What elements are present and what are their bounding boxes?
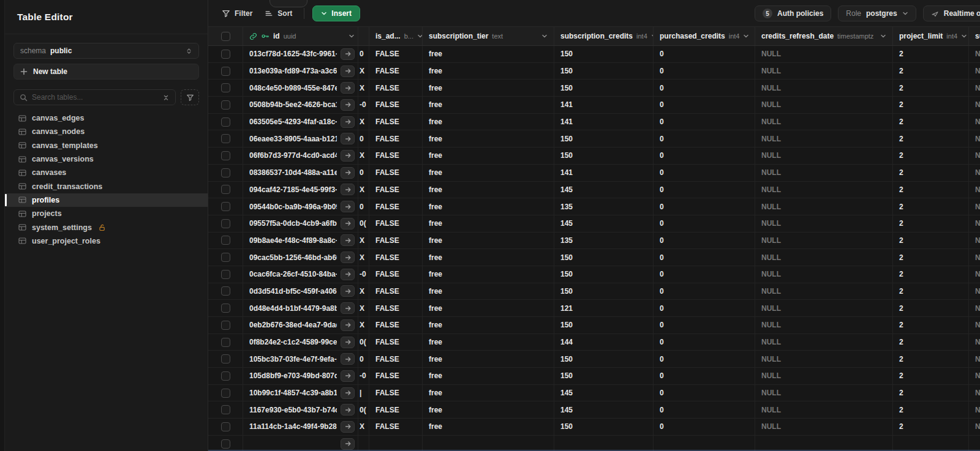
clipped-right-cell[interactable]: NULL	[969, 368, 980, 384]
id-cell[interactable]: 11a114cb-1a4c-49f4-9b28-52219ec...	[243, 419, 358, 435]
purchased-credits-cell[interactable]: 0	[654, 368, 755, 384]
credits-refresh-date-cell[interactable]: NULL	[755, 147, 893, 164]
is-admin-cell[interactable]: FALSE	[369, 147, 423, 164]
is-admin-cell[interactable]: FALSE	[369, 97, 423, 113]
auth-policies-button[interactable]: 5 Auth policies	[755, 6, 831, 21]
subscription-tier-cell[interactable]: free	[423, 130, 554, 147]
is-admin-cell[interactable]: FALSE	[369, 351, 423, 367]
column-header-id[interactable]: id uuid	[243, 27, 358, 45]
subscription-credits-cell[interactable]: 121	[554, 300, 654, 316]
project-limit-cell[interactable]: 2	[893, 130, 969, 147]
row-checkbox[interactable]	[221, 354, 230, 363]
collapse-all-icon[interactable]	[162, 94, 170, 102]
sidebar-item-canvas_edges[interactable]: canvas_edges	[5, 111, 208, 125]
purchased-credits-cell[interactable]: 0	[654, 419, 755, 435]
clipped-cell[interactable]: X	[358, 300, 369, 316]
project-limit-cell[interactable]: 2	[893, 249, 969, 266]
subscription-tier-cell[interactable]: free	[423, 198, 554, 215]
subscription-tier-cell[interactable]: free	[423, 80, 554, 96]
clipped-right-cell[interactable]: NULL	[969, 147, 980, 164]
filter-button[interactable]: Filter	[216, 6, 258, 21]
subscription-tier-cell[interactable]: free	[423, 351, 554, 367]
clipped-cell[interactable]: -0	[358, 266, 369, 283]
subscription-credits-cell[interactable]: 150	[554, 147, 654, 164]
credits-refresh-date-cell[interactable]: NULL	[755, 46, 893, 62]
purchased-credits-cell[interactable]: 0	[654, 233, 755, 249]
expand-row-button[interactable]	[341, 302, 355, 314]
credits-refresh-date-cell[interactable]: NULL	[755, 368, 893, 384]
subscription-credits-cell[interactable]: 135	[554, 198, 654, 215]
expand-row-button[interactable]	[341, 370, 355, 382]
select-all-checkbox[interactable]	[221, 32, 230, 41]
id-cell[interactable]: 013cf78d-1625-43fc-9961-442189...	[243, 46, 358, 62]
clipped-right-cell[interactable]: NULL	[969, 165, 980, 181]
subscription-credits-cell[interactable]: 145	[554, 215, 654, 232]
sidebar-item-canvas_nodes[interactable]: canvas_nodes	[5, 125, 208, 138]
purchased-credits-cell[interactable]: 0	[654, 317, 755, 334]
sidebar-item-user_project_roles[interactable]: user_project_roles	[5, 234, 208, 248]
sidebar-item-credit_transactions[interactable]: credit_transactions	[5, 179, 208, 193]
id-cell[interactable]: 09cac5bb-1256-46bd-ab60-64ed...	[243, 249, 358, 266]
clipped-right-cell[interactable]: NULL	[969, 401, 980, 418]
row-checkbox[interactable]	[221, 286, 230, 296]
subscription-tier-cell[interactable]: free	[423, 334, 554, 351]
credits-refresh-date-cell[interactable]: NULL	[755, 266, 893, 283]
id-cell[interactable]: 08386537-10d4-488a-a11e-eb5a6...	[243, 165, 358, 181]
is-admin-cell[interactable]: FALSE	[369, 334, 423, 351]
purchased-credits-cell[interactable]: 0	[654, 147, 755, 164]
clipped-cell[interactable]: 0	[358, 165, 369, 181]
project-limit-cell[interactable]: 2	[893, 266, 969, 283]
is-admin-cell[interactable]: FALSE	[369, 317, 423, 334]
purchased-credits-cell[interactable]: 0	[654, 283, 755, 300]
clipped-right-cell[interactable]: NULL	[969, 419, 980, 435]
row-checkbox[interactable]	[221, 185, 230, 194]
subscription-tier-cell[interactable]: free	[423, 266, 554, 283]
purchased-credits-cell[interactable]: 0	[654, 97, 755, 113]
project-limit-cell[interactable]: 2	[893, 215, 969, 232]
project-limit-cell[interactable]: 2	[893, 317, 969, 334]
clipped-cell[interactable]: X	[358, 249, 369, 266]
id-cell[interactable]: 06eaee33-8905-4aaa-b121-ab552...	[243, 130, 358, 147]
clipped-right-cell[interactable]: NULL	[969, 317, 980, 334]
sidebar-item-profiles[interactable]: profiles	[5, 193, 208, 207]
clipped-right-cell[interactable]: NULL	[969, 334, 980, 351]
purchased-credits-cell[interactable]: 0	[654, 63, 755, 80]
credits-refresh-date-cell[interactable]: NULL	[755, 165, 893, 181]
is-admin-cell[interactable]: FALSE	[369, 233, 423, 249]
clipped-cell[interactable]: 0(	[358, 334, 369, 351]
id-cell[interactable]: 105bc3b7-03fe-4e7f-9efa-21bb40...	[243, 351, 358, 367]
clipped-cell[interactable]: X	[358, 80, 369, 96]
row-checkbox[interactable]	[221, 219, 230, 228]
clipped-cell[interactable]: 0	[358, 198, 369, 215]
row-checkbox[interactable]	[221, 270, 230, 279]
row-checkbox[interactable]	[221, 338, 230, 347]
expand-row-button[interactable]	[341, 421, 355, 433]
project-limit-cell[interactable]: 2	[893, 97, 969, 113]
sidebar-item-system_settings[interactable]: system_settings	[5, 220, 208, 234]
project-limit-cell[interactable]: 2	[893, 283, 969, 300]
project-limit-cell[interactable]: 2	[893, 114, 969, 130]
purchased-credits-cell[interactable]: 0	[654, 198, 755, 215]
credits-refresh-date-cell[interactable]: NULL	[755, 300, 893, 316]
row-checkbox[interactable]	[221, 202, 230, 211]
clipped-right-cell[interactable]: NULL	[969, 249, 980, 266]
id-cell[interactable]: 10b99c1f-4857-4c39-a8b1-263b8...	[243, 385, 358, 401]
sort-button[interactable]: Sort	[258, 6, 298, 21]
is-admin-cell[interactable]: FALSE	[369, 198, 423, 215]
row-checkbox[interactable]	[221, 253, 230, 262]
sidebar-item-canvas_templates[interactable]: canvas_templates	[5, 139, 208, 152]
is-admin-cell[interactable]: FALSE	[369, 165, 423, 181]
is-admin-cell[interactable]: FALSE	[369, 283, 423, 300]
credits-refresh-date-cell[interactable]: NULL	[755, 283, 893, 300]
subscription-credits-cell[interactable]: 150	[554, 63, 654, 80]
chevron-down-icon[interactable]	[961, 33, 967, 39]
id-cell[interactable]: 013e039a-fd89-473a-a3c6-ccfa9...	[243, 63, 358, 80]
id-cell[interactable]: 048c4e50-b989-455e-847e-fb2f...	[243, 80, 358, 96]
row-checkbox[interactable]	[221, 134, 230, 143]
id-cell[interactable]: 094caf42-7185-4e45-99f3-14abee...	[243, 182, 358, 198]
search-tables-input[interactable]	[32, 93, 158, 102]
subscription-tier-cell[interactable]: free	[423, 300, 554, 316]
row-checkbox[interactable]	[221, 236, 230, 245]
subscription-credits-cell[interactable]: 141	[554, 114, 654, 130]
subscription-tier-cell[interactable]: free	[423, 147, 554, 164]
